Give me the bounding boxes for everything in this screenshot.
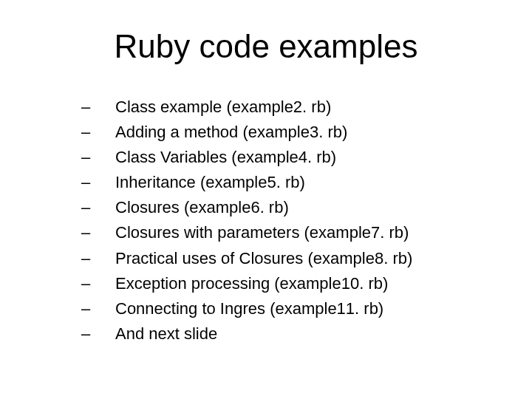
dash-icon: – (81, 95, 115, 120)
list-item: – Exception processing (example10. rb) (81, 271, 502, 296)
list-item-label: Closures (example6. rb) (115, 195, 502, 220)
list-item-label: And next slide (115, 321, 502, 347)
list-item-label: Practical uses of Closures (example8. rb… (115, 246, 502, 271)
list-item-label: Class example (example2. rb) (115, 95, 502, 120)
dash-icon: – (81, 246, 115, 271)
slide-title: Ruby code examples (30, 28, 502, 65)
list-item: – Adding a method (example3. rb) (81, 120, 502, 145)
bullet-list: – Class example (example2. rb) – Adding … (81, 95, 502, 347)
dash-icon: – (81, 220, 115, 245)
list-item-label: Connecting to Ingres (example11. rb) (115, 296, 502, 321)
list-item: – Class Variables (example4. rb) (81, 145, 502, 170)
list-item: – Inheritance (example5. rb) (81, 170, 502, 195)
dash-icon: – (81, 195, 115, 220)
dash-icon: – (81, 120, 115, 145)
dash-icon: – (81, 321, 115, 347)
list-item-label: Closures with parameters (example7. rb) (115, 220, 502, 245)
list-item-label: Adding a method (example3. rb) (115, 120, 502, 145)
list-item: – Class example (example2. rb) (81, 95, 502, 120)
list-item: – And next slide (81, 321, 502, 347)
slide: Ruby code examples – Class example (exam… (0, 0, 532, 399)
dash-icon: – (81, 145, 115, 170)
list-item: – Closures with parameters (example7. rb… (81, 220, 502, 245)
list-item: – Closures (example6. rb) (81, 195, 502, 220)
list-item: – Practical uses of Closures (example8. … (81, 246, 502, 271)
list-item-label: Inheritance (example5. rb) (115, 170, 502, 195)
dash-icon: – (81, 296, 115, 321)
list-item-label: Class Variables (example4. rb) (115, 145, 502, 170)
dash-icon: – (81, 170, 115, 195)
list-item-label: Exception processing (example10. rb) (115, 271, 502, 296)
list-item: – Connecting to Ingres (example11. rb) (81, 296, 502, 321)
dash-icon: – (81, 271, 115, 296)
